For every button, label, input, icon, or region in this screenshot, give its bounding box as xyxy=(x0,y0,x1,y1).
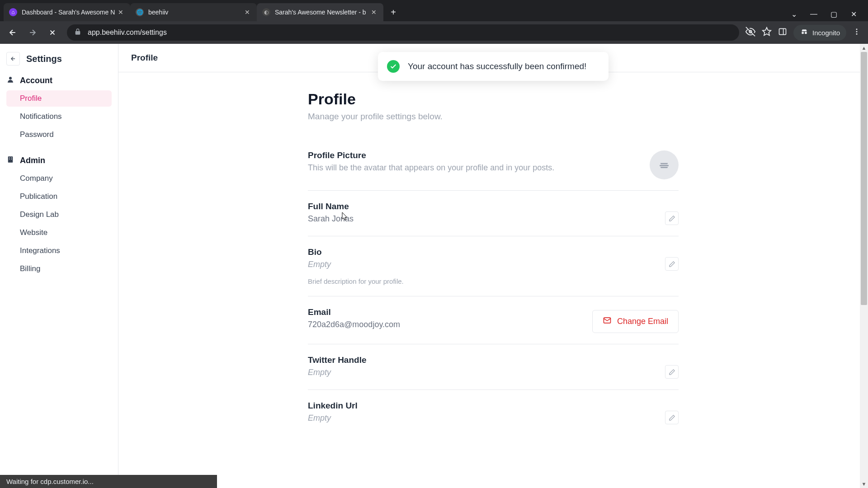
change-email-button[interactable]: Change Email xyxy=(592,310,679,333)
back-button[interactable] xyxy=(5,24,21,41)
panel-icon[interactable] xyxy=(778,27,787,38)
svg-point-4 xyxy=(802,32,804,34)
minimize-button[interactable]: ― xyxy=(810,10,817,18)
eye-off-icon[interactable] xyxy=(745,27,755,38)
svg-rect-14 xyxy=(11,159,12,160)
sidebar-item-integrations[interactable]: Integrations xyxy=(6,243,112,259)
field-label: Email xyxy=(308,307,592,317)
chevron-down-icon[interactable]: ⌄ xyxy=(790,10,797,18)
app-container: Settings Account Profile Notifications P… xyxy=(0,44,868,488)
favicon-icon: ◐ xyxy=(262,8,270,16)
close-icon[interactable]: ✕ xyxy=(117,8,125,16)
toolbar-right: Incognito xyxy=(745,25,863,41)
maximize-button[interactable]: ▢ xyxy=(830,10,837,18)
vertical-scrollbar[interactable]: ▲ ▼ xyxy=(860,44,868,488)
sidebar-group-account: Account xyxy=(6,75,112,86)
success-toast: Your account has successfully been confi… xyxy=(378,52,609,81)
field-value: Sarah Jonas xyxy=(308,214,665,224)
tab-title: Sarah's Awesome Newsletter - b xyxy=(275,9,370,16)
sidebar-back-button[interactable] xyxy=(6,52,20,66)
browser-tab-strip: ⌂ Dashboard - Sarah's Awesome N ✕ 🌐 beeh… xyxy=(0,0,868,21)
svg-rect-11 xyxy=(9,158,10,159)
new-tab-button[interactable]: + xyxy=(386,5,401,19)
field-value-empty: Empty xyxy=(308,368,665,377)
svg-point-5 xyxy=(805,32,807,34)
content-area: Profile Manage your profile settings bel… xyxy=(299,72,688,488)
favicon-icon: ⌂ xyxy=(9,8,17,16)
settings-sidebar: Settings Account Profile Notifications P… xyxy=(0,44,118,488)
forward-button[interactable] xyxy=(24,24,41,41)
full-name-row: Full Name Sarah Jonas xyxy=(308,191,679,236)
sidebar-item-billing[interactable]: Billing xyxy=(6,261,112,277)
edit-name-button[interactable] xyxy=(665,211,679,225)
url-text: app.beehiiv.com/settings xyxy=(88,28,167,37)
close-window-button[interactable]: ✕ xyxy=(850,10,857,18)
menu-dots-icon[interactable] xyxy=(853,28,861,38)
sidebar-item-company[interactable]: Company xyxy=(6,170,112,187)
sidebar-title: Settings xyxy=(26,54,62,64)
field-label: Linkedin Url xyxy=(308,401,665,411)
address-bar[interactable]: app.beehiiv.com/settings xyxy=(67,24,739,41)
person-icon xyxy=(6,75,14,86)
sidebar-item-website[interactable]: Website xyxy=(6,225,112,241)
scroll-thumb[interactable] xyxy=(861,52,867,305)
sidebar-group-admin: Admin xyxy=(6,155,112,166)
group-label: Account xyxy=(20,76,52,85)
bio-row: Bio Empty Brief description for your pro… xyxy=(308,236,679,296)
change-email-label: Change Email xyxy=(617,317,668,326)
sidebar-item-notifications[interactable]: Notifications xyxy=(6,108,112,125)
svg-rect-2 xyxy=(779,28,786,34)
field-label: Bio xyxy=(308,247,665,257)
field-value: 720a2d6a@moodjoy.com xyxy=(308,320,592,329)
close-icon[interactable]: ✕ xyxy=(370,8,378,16)
close-icon[interactable]: ✕ xyxy=(243,8,251,16)
edit-bio-button[interactable] xyxy=(665,257,679,271)
scroll-down-icon[interactable]: ▼ xyxy=(860,480,868,488)
svg-point-8 xyxy=(856,33,858,35)
email-row: Email 720a2d6a@moodjoy.com Change Email xyxy=(308,296,679,344)
field-label: Profile Picture xyxy=(308,150,650,160)
tabs-container: ⌂ Dashboard - Sarah's Awesome N ✕ 🌐 beeh… xyxy=(0,0,781,21)
svg-marker-1 xyxy=(763,28,771,35)
svg-rect-13 xyxy=(9,159,10,160)
sidebar-item-design-lab[interactable]: Design Lab xyxy=(6,206,112,223)
svg-point-7 xyxy=(856,31,858,33)
main-panel: Profile Your account has successfully be… xyxy=(118,44,868,488)
browser-tab-active[interactable]: ◐ Sarah's Awesome Newsletter - b ✕ xyxy=(257,3,383,21)
scroll-up-icon[interactable]: ▲ xyxy=(860,44,868,52)
cursor-icon xyxy=(342,212,348,221)
tab-title: Dashboard - Sarah's Awesome N xyxy=(22,9,117,16)
field-label: Full Name xyxy=(308,202,665,211)
incognito-label: Incognito xyxy=(812,29,840,37)
svg-rect-10 xyxy=(8,156,13,163)
sidebar-item-publication[interactable]: Publication xyxy=(6,188,112,205)
incognito-chip[interactable]: Incognito xyxy=(793,25,846,41)
group-label: Admin xyxy=(20,156,45,165)
bookmark-star-icon[interactable] xyxy=(762,27,772,38)
browser-tab[interactable]: ⌂ Dashboard - Sarah's Awesome N ✕ xyxy=(4,3,130,21)
twitter-row: Twitter Handle Empty xyxy=(308,344,679,390)
sidebar-header: Settings xyxy=(6,52,112,66)
stop-button[interactable] xyxy=(44,24,61,41)
building-icon xyxy=(6,155,14,166)
incognito-icon xyxy=(800,28,809,38)
window-controls: ⌄ ― ▢ ✕ xyxy=(781,10,868,21)
page-subtitle: Manage your profile settings below. xyxy=(308,112,679,122)
globe-icon: 🌐 xyxy=(136,8,144,16)
svg-rect-12 xyxy=(11,158,12,159)
edit-linkedin-button[interactable] xyxy=(665,411,679,424)
sidebar-item-profile[interactable]: Profile xyxy=(6,90,112,107)
field-label: Twitter Handle xyxy=(308,355,665,365)
check-circle-icon xyxy=(387,60,400,73)
sidebar-item-password[interactable]: Password xyxy=(6,127,112,143)
edit-twitter-button[interactable] xyxy=(665,365,679,379)
svg-point-6 xyxy=(856,28,858,30)
avatar-placeholder[interactable] xyxy=(650,150,679,179)
page-title: Profile xyxy=(308,90,679,108)
field-value-empty: Empty xyxy=(308,260,665,269)
mail-icon xyxy=(603,316,612,327)
field-desc: This will be the avatar that appears on … xyxy=(308,163,650,173)
browser-tab[interactable]: 🌐 beehiiv ✕ xyxy=(130,3,257,21)
toast-message: Your account has successfully been confi… xyxy=(408,61,586,72)
profile-picture-row: Profile Picture This will be the avatar … xyxy=(308,140,679,191)
